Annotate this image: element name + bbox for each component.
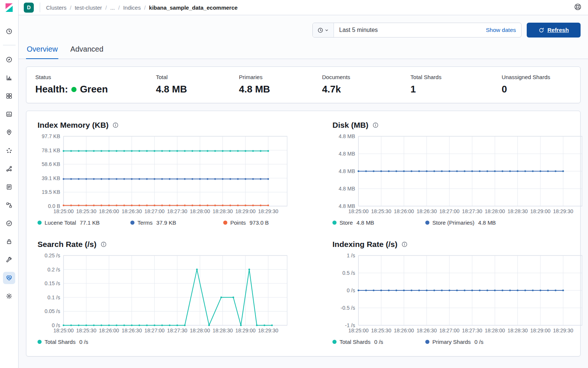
svg-text:-0.5 /s: -0.5 /s [341, 305, 355, 311]
svg-text:18:27:30: 18:27:30 [462, 208, 483, 214]
svg-text:4.8 MB: 4.8 MB [339, 133, 355, 139]
time-range-value[interactable]: Last 5 minutes [334, 23, 481, 37]
nav-graph[interactable] [3, 163, 15, 175]
tab-overview[interactable]: Overview [26, 43, 58, 59]
heart-pulse-icon [6, 275, 12, 281]
deployment-badge[interactable]: D [24, 3, 34, 13]
svg-text:18:28:30: 18:28:30 [212, 328, 233, 333]
nav-visualize-library[interactable] [3, 72, 15, 84]
tab-advanced[interactable]: Advanced [69, 43, 104, 59]
legend-series-name: Store [340, 219, 353, 226]
chart-header: Disk (MB) [332, 121, 585, 130]
nav-security[interactable] [3, 235, 15, 248]
recently-viewed-section [3, 15, 16, 45]
show-dates-button[interactable]: Show dates [481, 23, 521, 37]
stat-value: Health:Green [35, 84, 156, 95]
svg-text:18:29:30: 18:29:30 [553, 328, 574, 333]
body-area: StatusHealth:GreenTotal4.8 MBPrimaries4.… [19, 59, 588, 368]
refresh-button[interactable]: Refresh [527, 23, 581, 38]
clock-icon [318, 27, 323, 33]
svg-text:18:29:30: 18:29:30 [258, 328, 279, 333]
breadcrumb-item[interactable]: ... [110, 4, 115, 11]
info-icon[interactable] [101, 241, 107, 247]
info-icon[interactable] [373, 122, 379, 128]
svg-text:18:28:00: 18:28:00 [485, 328, 505, 333]
legend-item[interactable]: Total Shards0 /s [332, 339, 425, 345]
stat-primaries: Primaries4.8 MB [239, 74, 322, 95]
stat-value: 1 [410, 84, 501, 95]
nav-management[interactable] [3, 290, 15, 302]
stat-value-text: 4.7k [322, 84, 341, 95]
graph-nodes-icon [6, 166, 12, 172]
svg-text:18:27:00: 18:27:00 [144, 328, 165, 333]
legend-series-value: 973.0 B [250, 219, 269, 226]
info-icon[interactable] [113, 122, 118, 128]
svg-text:18:28:00: 18:28:00 [190, 328, 210, 333]
breadcrumb-item[interactable]: Clusters [46, 4, 66, 11]
map-pin-icon [6, 129, 12, 136]
legend-item[interactable]: Primary Shards0 /s [425, 339, 518, 345]
nav-dashboard[interactable] [3, 90, 15, 102]
info-icon[interactable] [402, 241, 407, 247]
nav-maps[interactable] [3, 126, 15, 139]
nav-logs[interactable] [3, 181, 15, 193]
apm-nodes-icon [6, 202, 12, 208]
breadcrumb: Clusters/test-cluster/.../Indices/kibana… [46, 4, 238, 11]
time-picker-menu-button[interactable] [313, 23, 334, 37]
svg-text:1 /s: 1 /s [347, 253, 355, 258]
breadcrumb-item[interactable]: Indices [123, 4, 141, 11]
legend-series-name: Total Shards [45, 339, 75, 345]
nav-uptime[interactable] [3, 217, 15, 229]
breadcrumb-separator: / [144, 4, 146, 11]
legend-item[interactable]: Terms37.9 KB [130, 219, 223, 226]
svg-text:18:29:00: 18:29:00 [235, 328, 256, 333]
legend-series-name: Store (Primaries) [432, 219, 474, 226]
breadcrumb-item[interactable]: test-cluster [75, 4, 102, 11]
nav-dev-tools[interactable] [3, 254, 15, 266]
svg-text:18:25:30: 18:25:30 [76, 208, 97, 214]
svg-text:18:25:00: 18:25:00 [348, 208, 369, 214]
health-status-value: Green [80, 84, 108, 95]
stat-value: 4.8 MB [156, 84, 239, 95]
page-content: Last 5 minutes Show dates Refresh Overvi… [19, 15, 588, 368]
svg-text:18:27:00: 18:27:00 [439, 208, 460, 214]
svg-text:18:25:30: 18:25:30 [371, 208, 392, 214]
svg-text:18:29:00: 18:29:00 [530, 208, 551, 214]
svg-text:78.1 KB: 78.1 KB [42, 147, 60, 153]
legend-item[interactable]: Points973.0 B [223, 219, 316, 226]
svg-text:18:26:00: 18:26:00 [394, 328, 414, 333]
help-icon[interactable] [574, 3, 581, 12]
svg-text:18:29:30: 18:29:30 [553, 208, 574, 214]
legend-dot [425, 340, 429, 344]
nav-canvas[interactable] [3, 108, 15, 120]
kibana-logo-icon [4, 3, 14, 12]
nav-recently-viewed[interactable] [3, 25, 15, 38]
legend-item[interactable]: Total Shards0 /s [38, 339, 130, 345]
nav-stack-monitoring[interactable] [3, 272, 15, 284]
chart-legend: Total Shards0 /s [38, 339, 316, 345]
chart-disk-mb: Disk (MB)4.8 MB4.8 MB4.8 MB4.8 MB4.8 MB1… [332, 121, 585, 226]
nav-discover[interactable] [3, 53, 15, 66]
legend-series-value: 37.9 KB [156, 219, 176, 226]
kibana-logo[interactable] [0, 0, 18, 15]
chart-legend: Lucene Total77.1 KBTerms37.9 KBPoints973… [38, 219, 316, 226]
legend-series-name: Lucene Total [45, 219, 76, 226]
time-toolbar: Last 5 minutes Show dates Refresh [19, 15, 588, 38]
legend-series-name: Terms [137, 219, 153, 226]
svg-text:58.6 KB: 58.6 KB [42, 161, 60, 167]
breadcrumb-separator: / [70, 4, 71, 11]
nav-machine-learning[interactable] [3, 144, 15, 157]
summary-panel: StatusHealth:GreenTotal4.8 MBPrimaries4.… [26, 66, 581, 103]
legend-item[interactable]: Store (Primaries)4.8 MB [425, 219, 518, 226]
svg-text:18:28:30: 18:28:30 [212, 208, 233, 214]
legend-dot [130, 221, 134, 225]
stat-label: Total [156, 74, 239, 80]
nav-apm[interactable] [3, 199, 15, 211]
svg-text:0.15 /s: 0.15 /s [45, 280, 60, 286]
legend-item[interactable]: Lucene Total77.1 KB [38, 219, 130, 226]
chart-title: Index Memory (KB) [38, 121, 108, 130]
canvas-chart-icon [6, 111, 12, 117]
svg-text:18:26:00: 18:26:00 [99, 328, 119, 333]
legend-dot [223, 221, 227, 225]
legend-item[interactable]: Store4.8 MB [332, 219, 425, 226]
